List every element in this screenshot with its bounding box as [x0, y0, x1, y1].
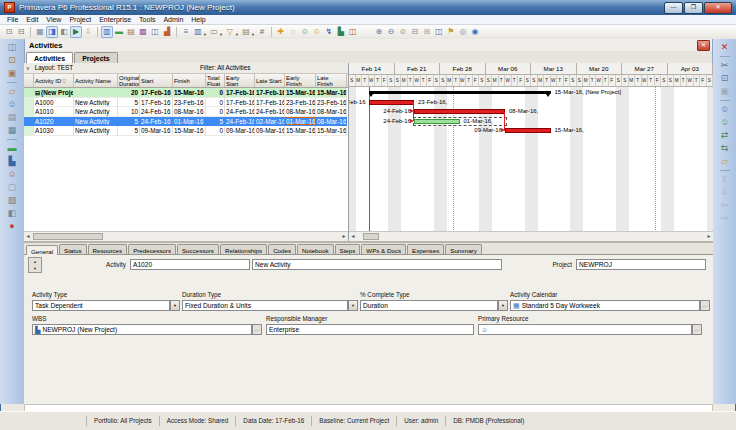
- duration-type-field[interactable]: Fixed Duration & Units: [182, 300, 348, 311]
- tracking-icon[interactable]: ▦: [6, 125, 19, 136]
- menu-project[interactable]: Project: [65, 15, 95, 24]
- column-header-ef[interactable]: Early Finish: [285, 74, 316, 87]
- zoom-in-icon[interactable]: ⊕: [373, 26, 385, 38]
- schedule-icon[interactable]: ↯: [323, 26, 335, 38]
- wps-docs-icon[interactable]: ▢: [6, 182, 19, 193]
- menu-view[interactable]: View: [42, 15, 65, 24]
- close-button[interactable]: ✕: [704, 2, 732, 14]
- details-tab-steps[interactable]: Steps: [335, 244, 361, 254]
- scroll-right-icon[interactable]: ►: [705, 232, 713, 241]
- column-header-name[interactable]: Activity Name: [74, 74, 118, 87]
- details-tab-wps-docs[interactable]: WPs & Docs: [361, 244, 406, 254]
- menu-tools[interactable]: Tools: [135, 15, 159, 24]
- table-row-a1030[interactable]: A1030New Activity509-Mar-1615-Mar-16009-…: [24, 126, 348, 136]
- level-resources-icon[interactable]: ▙: [335, 26, 347, 38]
- table-row-a1000[interactable]: A1000New Activity517-Feb-1623-Feb-16017-…: [24, 98, 348, 108]
- table-row-a1020[interactable]: A1020New Activity524-Feb-1601-Mar-16524-…: [24, 117, 348, 127]
- wbs-field[interactable]: ▙NEWPROJ (New Project): [32, 324, 252, 335]
- resources-icon[interactable]: ☺: [6, 99, 19, 110]
- column-header-od[interactable]: Original Duration: [118, 74, 140, 87]
- gantt-summary-bar[interactable]: [369, 91, 551, 94]
- details-tab-general[interactable]: General: [26, 245, 58, 255]
- split-view-icon[interactable]: ◫: [433, 26, 445, 38]
- assign-predecessor-icon[interactable]: ⇄: [718, 130, 731, 141]
- activity-calendar-field[interactable]: ▦Standard 5 Day Workweek: [510, 300, 700, 311]
- gantt-bar-row4[interactable]: [505, 128, 551, 133]
- menu-help[interactable]: Help: [187, 15, 209, 24]
- layout-options-bar[interactable]: ∨ Layout: TEST Filter: All Activities: [24, 63, 348, 74]
- move-right-icon[interactable]: ⇨: [718, 213, 731, 224]
- paste-icon[interactable]: ▣: [718, 86, 731, 97]
- gantt-bar-row1[interactable]: [369, 100, 415, 105]
- resource-usage-icon[interactable]: ▟: [161, 26, 173, 38]
- progress-spotlight-icon[interactable]: ◫: [347, 26, 359, 38]
- close-view-icon[interactable]: ✕: [697, 40, 710, 51]
- menu-edit[interactable]: Edit: [22, 15, 42, 24]
- tab-activities[interactable]: Activities: [26, 52, 73, 63]
- activity-name-field[interactable]: New Activity: [252, 259, 502, 270]
- dropdown-arrow-icon[interactable]: ▼: [219, 32, 223, 37]
- activity-table-icon[interactable]: ▥: [101, 26, 113, 38]
- add-role-icon[interactable]: ☺: [718, 117, 731, 128]
- column-header-start[interactable]: Start: [140, 74, 173, 87]
- menu-enterprise[interactable]: Enterprise: [95, 15, 135, 24]
- browse-button[interactable]: …: [692, 324, 702, 335]
- assignments-icon[interactable]: ☺: [6, 169, 19, 180]
- bars-icon[interactable]: ≡: [180, 26, 192, 38]
- collapse-all-icon[interactable]: ⊟: [409, 26, 421, 38]
- zoom-fit-icon[interactable]: ⊘: [397, 26, 409, 38]
- issues-icon[interactable]: ●: [6, 221, 19, 232]
- gantt-bar-row2[interactable]: [414, 109, 505, 114]
- constraints-icon[interactable]: #: [256, 26, 268, 38]
- menu-file[interactable]: File: [3, 15, 22, 24]
- move-up-icon[interactable]: ⇧: [718, 174, 731, 185]
- scroll-thumb[interactable]: [363, 233, 379, 240]
- notebook-icon[interactable]: ⚑: [445, 26, 457, 38]
- activity-network-icon[interactable]: ▩: [137, 26, 149, 38]
- column-gutter[interactable]: [24, 74, 34, 87]
- summary-row[interactable]: ⊟(New Project)2017-Feb-1615-Mar-16017-Fe…: [24, 88, 348, 98]
- show-layout-icon[interactable]: ◨: [46, 26, 58, 38]
- close-details-icon[interactable]: ✕: [718, 42, 731, 53]
- scroll-left-icon[interactable]: ◄: [24, 232, 32, 241]
- dropdown-button[interactable]: ▼: [170, 300, 180, 311]
- print-icon[interactable]: ⊟: [15, 26, 27, 38]
- table-row-a1010[interactable]: A1010New Activity1024-Feb-1608-Mar-16024…: [24, 107, 348, 117]
- dropdown-button[interactable]: ▼: [348, 300, 358, 311]
- details-tab-expenses[interactable]: Expenses: [407, 244, 444, 254]
- -complete-type-field[interactable]: Duration: [360, 300, 498, 311]
- activities-icon[interactable]: ▬: [6, 143, 19, 154]
- cut-icon[interactable]: ✂: [718, 60, 731, 71]
- title-bar[interactable]: P Primavera P6 Professional R15.1 : NEWP…: [0, 0, 736, 15]
- roles-assign-icon[interactable]: ☺: [311, 26, 323, 38]
- copy-icon[interactable]: ⊡: [718, 73, 731, 84]
- collapse-icon[interactable]: ⊟: [35, 90, 40, 96]
- expand-all-icon[interactable]: ⊞: [421, 26, 433, 38]
- details-tab-predecessors[interactable]: Predecessors: [128, 244, 176, 254]
- column-header-ls[interactable]: Late Start: [255, 74, 285, 87]
- gantt-hscrollbar[interactable]: ◄ ►: [349, 231, 713, 241]
- print-preview-icon[interactable]: ⊡: [3, 26, 15, 38]
- trace-logic-icon[interactable]: ◫: [149, 26, 161, 38]
- reports-icon[interactable]: ▤: [6, 112, 19, 123]
- select-pointer-icon[interactable]: ▶: [70, 26, 82, 38]
- move-down-icon[interactable]: ⇩: [718, 187, 731, 198]
- activity-spinner[interactable]: ▲▼: [28, 257, 42, 273]
- browse-button[interactable]: …: [252, 324, 262, 335]
- column-header-id[interactable]: Activity ID▽: [34, 74, 74, 87]
- resources-assign-icon[interactable]: ☺: [299, 26, 311, 38]
- gantt-chart-icon[interactable]: ▬: [113, 26, 125, 38]
- wbs-icon[interactable]: ▙: [6, 156, 19, 167]
- help-icon[interactable]: ◉: [469, 26, 481, 38]
- activity-type-field[interactable]: Task Dependent: [32, 300, 170, 311]
- minimize-button[interactable]: —: [664, 2, 683, 14]
- table-view-icon[interactable]: ▦: [34, 26, 46, 38]
- layouts-icon[interactable]: ◫: [6, 42, 19, 53]
- primary-resource-field[interactable]: ☺: [478, 324, 692, 335]
- details-tab-summary[interactable]: Summary: [445, 244, 481, 254]
- dropdown-arrow-icon[interactable]: ▼: [251, 32, 255, 37]
- maximize-button[interactable]: ❐: [684, 2, 703, 14]
- gantt-week-header[interactable]: Feb 14Feb 21Feb 28Mar 06Mar 13Mar 20Mar …: [349, 63, 713, 75]
- column-header-lf[interactable]: Late Finish: [316, 74, 347, 87]
- browse-button[interactable]: …: [700, 300, 710, 311]
